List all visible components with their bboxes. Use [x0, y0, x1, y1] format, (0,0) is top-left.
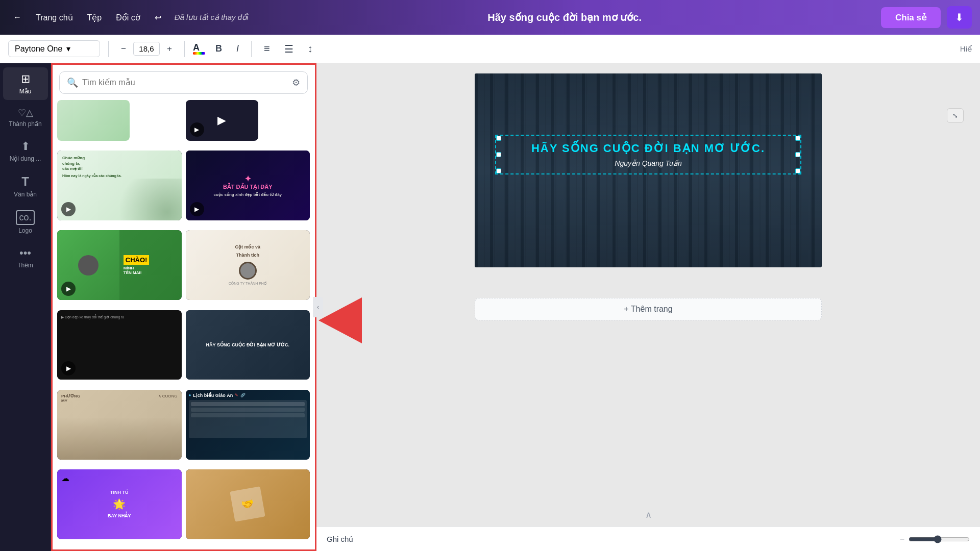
- list-icon: ☰: [284, 43, 293, 55]
- download-icon: ⬇: [955, 11, 964, 23]
- upload-icon: ⬆: [21, 140, 30, 153]
- handle-middle-right[interactable]: [795, 152, 800, 157]
- template-card-bat-dau[interactable]: ✦ BẮT ĐẦU TẠI ĐÂY cuộc sống xinh đẹp bắt…: [186, 151, 310, 220]
- zoom-slider[interactable]: [909, 535, 970, 543]
- top-navigation: ← Trang chủ Tệp Đổi cờ ↩ Đã lưu tất cả t…: [0, 0, 980, 35]
- document-title: Hãy sống cuộc đời bạn mơ ước.: [256, 11, 873, 23]
- font-name: Paytone One: [15, 44, 62, 54]
- home-label: Trang chủ: [36, 13, 73, 22]
- sidebar-item-mau[interactable]: ⊞ Mẫu: [3, 67, 48, 100]
- color-letter: A: [193, 43, 205, 52]
- handle-middle-left[interactable]: [496, 152, 501, 157]
- undo-button[interactable]: ↩: [150, 10, 166, 26]
- sidebar-item-noi-dung[interactable]: ⬆ Nội dung ...: [3, 135, 48, 167]
- play-button[interactable]: ▶: [190, 122, 204, 137]
- canvas-container: HÃY SỐNG CUỘC ĐỜI BẠN MƠ ƯỚC. Nguyễn Qua…: [475, 73, 822, 267]
- sidebar-item-van-ban[interactable]: T Văn bản: [3, 169, 48, 203]
- template-card-interior[interactable]: PHƯƠNG MY ∧ CUONG: [57, 390, 182, 460]
- notes-label: Ghi chú: [327, 535, 353, 543]
- more-icon: •••: [19, 246, 31, 260]
- handle-top-left[interactable]: [496, 136, 501, 141]
- template-card-dark[interactable]: ▶ Dọn dẹp xe thay đổi thế giới chúng ta …: [57, 310, 182, 380]
- sidebar-item-them[interactable]: ••• Thêm: [3, 241, 48, 274]
- template-card-chao[interactable]: CHÀO! MÌNH TÊN MAI! ▶: [57, 230, 182, 300]
- font-size-decrease[interactable]: −: [117, 41, 130, 57]
- template-card-lich-bieu[interactable]: ● Lịch biểu Giáo Án ✎ 🔗: [186, 390, 310, 460]
- sidebar-label-mau: Mẫu: [19, 88, 32, 95]
- font-selector[interactable]: Paytone One ▾: [8, 40, 100, 57]
- add-page-button[interactable]: + Thêm trang: [475, 298, 822, 320]
- spacing-button[interactable]: ↕: [304, 40, 317, 58]
- zoom-slider-container: −: [900, 535, 970, 544]
- undo-icon: ↩: [155, 13, 161, 22]
- edit-button[interactable]: Đổi cờ: [111, 10, 145, 26]
- font-size-increase[interactable]: +: [163, 41, 176, 57]
- chevron-left-icon: ‹: [317, 304, 319, 311]
- toolbar-right: Hiể: [960, 44, 972, 54]
- elements-icon: ♡△: [18, 107, 33, 118]
- toolbar-separator-2: [184, 41, 185, 57]
- text-toolbar: Paytone One ▾ − + A B I ≡ ☰ ↕ Hiể: [0, 35, 980, 63]
- handle-bottom-left[interactable]: [496, 168, 501, 173]
- share-button[interactable]: Chia sẻ: [881, 7, 941, 28]
- template-card[interactable]: [57, 100, 130, 141]
- play-button[interactable]: ▶: [190, 202, 204, 216]
- expand-button[interactable]: ⤡: [947, 108, 964, 123]
- bold-icon: B: [215, 43, 222, 54]
- edit-label: Đổi cờ: [116, 13, 140, 22]
- hide-button[interactable]: Hiể: [960, 44, 972, 54]
- canvas-main-text: HÃY SỐNG CUỘC ĐỜI BẠN MƠ ƯỚC.: [504, 142, 792, 155]
- sidebar-label-logo: Logo: [18, 227, 32, 234]
- template-card-chuc-mung[interactable]: Chúc mừng chúng ta, các mẹ ơi! Hôm nay l…: [57, 151, 182, 220]
- sidebar-label-van-ban: Văn bản: [14, 191, 37, 198]
- italic-button[interactable]: I: [232, 40, 243, 57]
- home-button[interactable]: Trang chủ: [31, 10, 78, 26]
- canvas-area: ⤡ HÃY: [316, 63, 980, 551]
- template-panel: 🔍 ⚙ ▶ ▶ Chúc mừng chúng ta,: [51, 63, 316, 551]
- zoom-minus-icon: −: [900, 535, 904, 544]
- search-input[interactable]: [82, 78, 288, 87]
- font-size-input[interactable]: [133, 42, 160, 56]
- list-button[interactable]: ☰: [280, 40, 298, 58]
- spacing-icon: ↕: [308, 43, 313, 55]
- main-layout: ⊞ Mẫu ♡△ Thành phần ⬆ Nội dung ... T Văn…: [0, 63, 980, 551]
- chevron-down-icon: ▾: [66, 44, 70, 54]
- text-icon: T: [21, 174, 29, 189]
- text-selection-box[interactable]: HÃY SỐNG CUỘC ĐỜI BẠN MƠ ƯỚC. Nguyễn Qua…: [495, 135, 801, 174]
- handle-bottom-right[interactable]: [795, 168, 800, 173]
- panel-collapse-handle[interactable]: ‹: [313, 297, 323, 317]
- sidebar-item-logo[interactable]: co. Logo: [3, 205, 48, 239]
- back-button[interactable]: ←: [8, 10, 27, 25]
- toolbar-separator-3: [251, 41, 252, 57]
- align-button[interactable]: ≡: [260, 40, 274, 58]
- templates-grid: ▶ ▶ Chúc mừng chúng ta, các mẹ ơi! Hôm n…: [51, 100, 316, 551]
- file-button[interactable]: Tệp: [82, 10, 107, 26]
- bottom-bar: Ghi chú −: [316, 527, 980, 551]
- template-card-cot-moc[interactable]: Cột mốc và Thành tích CÔNG TY THÀNH PHỐ: [186, 230, 310, 300]
- sidebar-label-noi-dung: Nội dung ...: [10, 155, 41, 162]
- canvas-sub-text: Nguyễn Quang Tuấn: [504, 159, 792, 167]
- canvas-background: HÃY SỐNG CUỘC ĐỜI BẠN MƠ ƯỚC. Nguyễn Qua…: [475, 73, 822, 267]
- font-size-group: − +: [117, 41, 176, 57]
- save-status: Đã lưu tất cả thay đổi: [175, 13, 249, 22]
- template-card-craft[interactable]: 🤝: [186, 469, 310, 539]
- bold-button[interactable]: B: [211, 40, 226, 57]
- toolbar-separator-1: [108, 41, 109, 57]
- color-picker[interactable]: A: [193, 43, 205, 55]
- italic-icon: I: [236, 43, 239, 54]
- filter-icon[interactable]: ⚙: [292, 77, 300, 88]
- logo-icon: co.: [16, 210, 34, 225]
- back-icon: ←: [13, 13, 21, 22]
- nav-actions-group: Chia sẻ ⬇: [881, 6, 972, 29]
- search-bar: 🔍 ⚙: [59, 71, 308, 94]
- search-icon: 🔍: [67, 77, 78, 88]
- template-card-tinh-tu[interactable]: TINH TÚ 🌟 BAY NHẢY ☁: [57, 469, 182, 539]
- template-icon: ⊞: [21, 72, 30, 86]
- download-button[interactable]: ⬇: [947, 6, 972, 29]
- template-card[interactable]: ▶ ▶: [186, 100, 258, 141]
- template-card-hay-song[interactable]: HÃY SỐNG CUỘC ĐỜI BẠN MƠ ƯỚC.: [186, 310, 310, 380]
- file-label: Tệp: [87, 13, 102, 22]
- play-button[interactable]: ▶: [61, 202, 76, 216]
- sidebar-item-thanh-phan[interactable]: ♡△ Thành phần: [3, 102, 48, 133]
- handle-top-right[interactable]: [795, 136, 800, 141]
